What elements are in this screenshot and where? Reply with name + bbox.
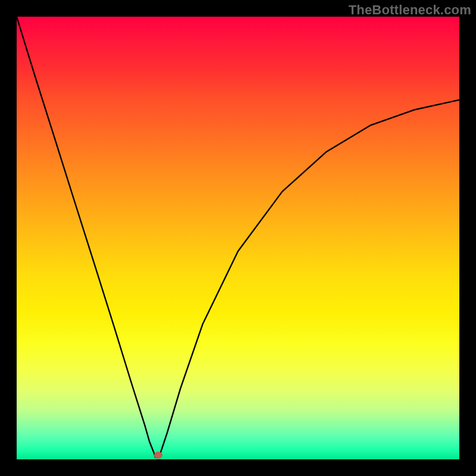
curve-svg [17,17,459,459]
bottleneck-curve-path [17,17,459,458]
plot-area [17,17,459,459]
watermark-text: TheBottleneck.com [349,2,471,18]
chart-frame: TheBottleneck.com [0,0,476,476]
minimum-marker [154,452,162,459]
